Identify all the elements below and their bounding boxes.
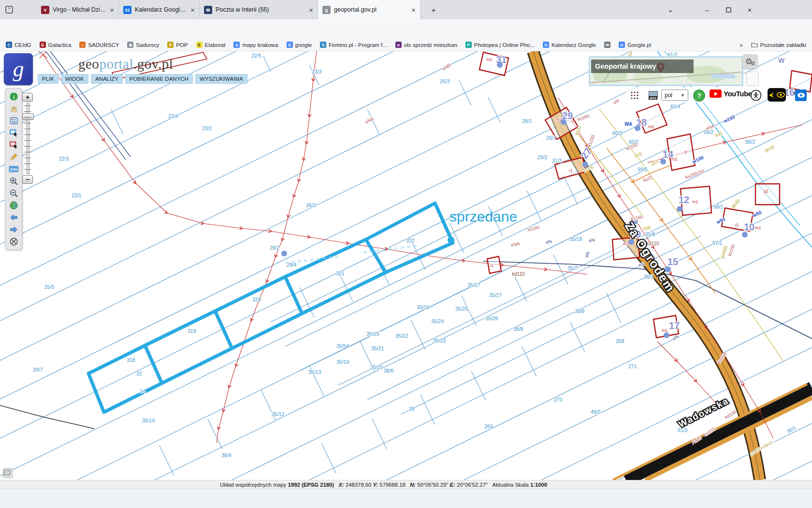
grid-tool-icon[interactable] <box>628 89 641 102</box>
minimap-secondary-button[interactable] <box>746 72 759 86</box>
map-label: WA <box>624 121 632 127</box>
map-label: 10 <box>744 222 754 232</box>
browser-tab-4[interactable]: ggeoportal.gov.pl× <box>318 0 420 19</box>
map-label: 38/8 <box>513 326 523 332</box>
map-label: 320 <box>252 297 261 302</box>
close-window-button[interactable]: × <box>741 0 758 19</box>
tool-pan-icon[interactable] <box>7 103 20 115</box>
geoportal-logo[interactable]: g <box>4 53 33 85</box>
tool-zoom-out-icon[interactable] <box>7 187 20 199</box>
bookmark-item[interactable]: W <box>604 42 610 48</box>
tab-close-icon[interactable]: × <box>190 6 195 14</box>
tool-zoom-in-icon[interactable] <box>7 175 20 187</box>
minimap-water <box>711 74 735 78</box>
zoom-slider-handle[interactable] <box>22 113 34 120</box>
tool-select-rect-icon[interactable] <box>7 127 20 139</box>
tool-info-icon[interactable]: i <box>7 90 20 103</box>
tab-favicon: V <box>41 6 49 14</box>
youtube-link[interactable]: YouTube <box>710 90 752 98</box>
visibility-button[interactable] <box>795 90 807 101</box>
browser-tab-2[interactable]: 31Kalendarz Google - Tydzień, w |× <box>119 0 200 19</box>
tab-manager-icon[interactable] <box>4 4 14 15</box>
bookmark-item[interactable]: GGoogle.pl <box>619 42 651 48</box>
browser-tab-1[interactable]: VVirgo - Michał Dzięcioł× <box>37 0 119 19</box>
tool-prev-view-icon[interactable] <box>7 211 20 224</box>
map-label: 322 <box>406 238 415 243</box>
map-viewport[interactable]: 22/523/325/322/423/222/323/125/529/728/1… <box>0 51 812 480</box>
bookmark-item[interactable]: Gmapy krakowa <box>233 42 278 48</box>
map-label: 35/26 <box>485 315 498 321</box>
coord-n: 50°05'50.29" <box>417 482 448 488</box>
map-label: 269 <box>484 423 493 429</box>
tab-close-icon[interactable]: × <box>309 6 313 14</box>
bookmarks-overflow-chevron[interactable]: » <box>740 42 742 48</box>
zoom-slider-minus[interactable]: − <box>22 175 33 184</box>
tool-full-extent-icon[interactable] <box>7 199 20 211</box>
bookmark-item[interactable]: oolx sprzedz mieszkan <box>395 42 457 48</box>
map-label: 29/1 <box>546 135 556 141</box>
map-label: 271 <box>628 363 637 369</box>
map-label: 29/7 <box>33 367 43 373</box>
bookmark-item[interactable]: PPhotopea | Online Pho... <box>465 42 535 48</box>
map-sheet-toggle[interactable] <box>3 468 13 478</box>
tool-deselect-rect-icon[interactable] <box>7 139 20 151</box>
map-label: m2 <box>671 157 678 162</box>
other-bookmarks[interactable]: Pozostałe zakładki <box>751 42 806 48</box>
bookmark-item[interactable]: EElaborat <box>196 42 226 48</box>
bookmark-item[interactable]: ⊕Sadurscy <box>127 42 159 48</box>
language-select[interactable]: pol▼ <box>661 90 688 101</box>
map-label: eND <box>441 62 452 72</box>
address-point <box>561 119 566 125</box>
bookmark-item[interactable]: CCEIdG <box>6 42 31 48</box>
zoom-slider-plus[interactable]: + <box>22 93 33 102</box>
accessibility-icon[interactable] <box>750 89 762 102</box>
menu-analizy[interactable]: ANALIZY <box>91 74 123 84</box>
menu-pobieranie-danych[interactable]: POBIERANIE DANYCH <box>125 74 193 84</box>
map-label: 319 <box>188 328 196 334</box>
settings-gear-icon[interactable]: ⚙⚙ <box>742 54 758 69</box>
bookmark-favicon: G <box>619 42 625 48</box>
menu-widok[interactable]: WIDOK <box>61 74 88 84</box>
tab-close-icon[interactable]: × <box>411 6 416 14</box>
tab-title: Virgo - Michał Dzięcioł <box>53 6 107 13</box>
contrast-mode-button[interactable] <box>768 88 786 102</box>
map-label: 29/2 <box>537 154 548 160</box>
bookmark-item[interactable]: GGalactica <box>40 42 72 48</box>
tool-next-view-icon[interactable] <box>7 224 20 236</box>
tab-close-icon[interactable]: × <box>110 6 114 14</box>
minimize-button[interactable]: – <box>699 0 715 19</box>
menu-wyszukiwania[interactable]: WYSZUKIWANIA <box>195 74 247 84</box>
help-button[interactable]: ? <box>693 90 705 102</box>
selected-parcels[interactable] <box>88 203 454 412</box>
map-label: 35/17 <box>467 282 480 288</box>
tool-xyh-icon[interactable]: XYH <box>7 163 20 175</box>
list-tabs-button[interactable]: ⌄ <box>662 0 679 19</box>
bookmark-favicon: G <box>287 42 293 48</box>
crs-prefix: Układ współrzędnych mapy <box>220 482 287 488</box>
overview-minimap[interactable]: Geoportal krajowy <box>589 56 743 86</box>
browser-tab-3[interactable]: ✉Poczta w Interii (55)× <box>200 0 318 19</box>
bookmark-favicon: ⊕ <box>127 42 133 48</box>
tool-draw-icon[interactable] <box>7 151 20 163</box>
map-label: 35/12 <box>272 411 284 417</box>
bookmark-label: Galactica <box>48 42 72 48</box>
map-label: 38/6 <box>384 368 394 374</box>
bookmark-item[interactable]: ⌂SADURSCY <box>79 42 119 48</box>
cadastral-map[interactable]: 22/523/325/322/423/222/323/125/529/728/1… <box>0 51 812 480</box>
map-label: 35/8 <box>645 231 655 237</box>
menu-plik[interactable]: PLIK <box>38 74 58 84</box>
wms-tool-icon[interactable]: wms <box>647 89 659 102</box>
map-label: 32 <box>136 371 142 376</box>
bookmark-favicon: W <box>604 42 610 48</box>
tool-clear-icon[interactable] <box>7 236 20 248</box>
bookmark-item[interactable]: GKalendarz Google <box>543 42 596 48</box>
bookmark-label: SADURSCY <box>88 42 119 48</box>
bookmark-item[interactable]: PPOP <box>167 42 188 48</box>
new-tab-button[interactable]: + <box>425 0 442 19</box>
bookmark-item[interactable]: SFirmino.pl - Program f... <box>320 42 387 48</box>
tool-identify-icon[interactable] <box>7 115 20 127</box>
bookmark-favicon: C <box>6 42 12 48</box>
bookmark-item[interactable]: Ggoogle <box>287 42 312 48</box>
bookmark-favicon: E <box>196 42 203 48</box>
maximize-button[interactable] <box>720 0 737 19</box>
